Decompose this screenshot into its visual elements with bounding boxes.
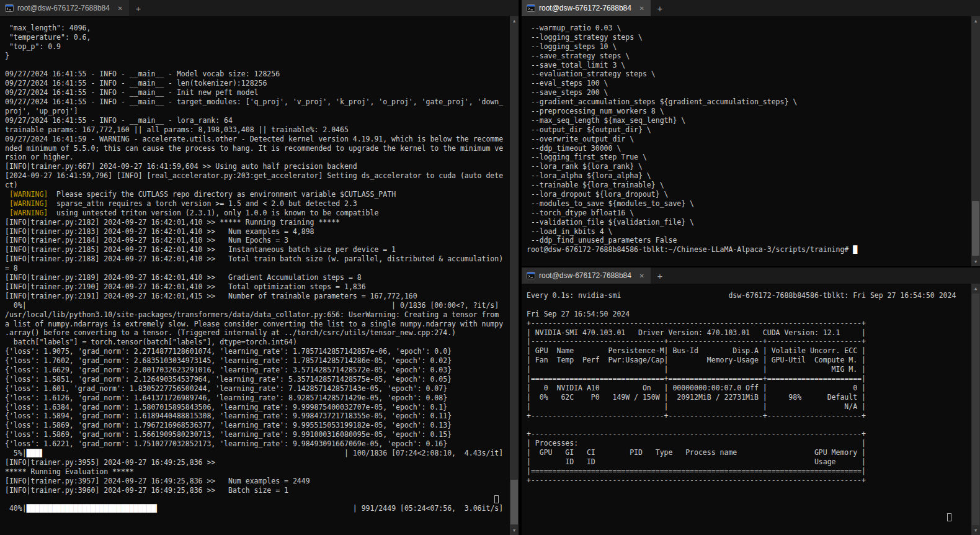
terminal-line: --ddp_timeout 30000 \ — [527, 144, 971, 153]
terminal-line: --overwrite_output_dir \ — [527, 135, 971, 144]
terminal-line: 09/27/2024 16:41:55 - INFO - __main__ - … — [5, 79, 510, 88]
tab-root-session[interactable]: root@dsw-676172-7688b84 ✕ — [522, 0, 651, 16]
terminal-content[interactable]: --warmup_ratio 0.03 \ --logging_strategy… — [522, 16, 971, 266]
terminal-line: .array() before converting to a tensor. … — [5, 328, 510, 338]
terminal-content[interactable]: Every 0.1s: nvidia-smi dsw-676172-7688b8… — [522, 284, 971, 535]
new-tab-button[interactable]: + — [651, 268, 669, 284]
tab-close-button[interactable]: ✕ — [637, 272, 647, 280]
tab-title: root@dsw-676172-7688b84 — [539, 4, 633, 12]
new-tab-button[interactable]: + — [651, 0, 669, 16]
terminal-line: {'loss': 1.5869, 'grad_norm': 1.79672169… — [5, 421, 510, 430]
terminal-line: | GPU Name Persistence-M| Bus-Id Disp.A … — [527, 346, 971, 356]
terminal-line: ***** Running Evaluation ***** — [5, 467, 510, 477]
terminal-line: [WARNING] using untested triton version … — [5, 209, 510, 218]
terminal-line: --save_total_limit 3 \ — [527, 61, 971, 70]
terminal-line: |-------------------------------+-------… — [527, 337, 971, 346]
scrollbar[interactable]: ▲ ▼ — [510, 16, 519, 535]
scroll-down-button[interactable]: ▼ — [971, 257, 980, 266]
scrollbar-thumb[interactable] — [510, 480, 518, 524]
terminal-line: {'loss': 1.9075, 'grad_norm': 2.27148771… — [5, 347, 510, 356]
terminal-line: [INFO|trainer.py:3957] 2024-09-27 16:49:… — [5, 477, 510, 486]
terminal-line: [INFO|trainer.py:3960] 2024-09-27 16:49:… — [5, 486, 510, 495]
terminal-line: 09/27/2024 16:41:55 - INFO - __main__ - … — [5, 88, 510, 97]
tab-close-button[interactable]: ✕ — [637, 4, 647, 12]
console-icon — [5, 4, 14, 12]
terminal-line: "max_length": 4096, — [5, 24, 510, 33]
terminal-line: --lora_alpha ${lora_alpha} \ — [527, 171, 971, 181]
terminal-line: | ID ID Usage | — [527, 457, 971, 467]
terminal-line: root@dsw-676172-7688b84586-tblkt:~/Chine… — [527, 245, 971, 254]
terminal-line: } — [5, 52, 510, 61]
inactive-cursor — [947, 513, 951, 521]
tab-close-button[interactable]: ✕ — [115, 4, 125, 12]
terminal-line: {'loss': 1.6384, 'grad_norm': 1.58070158… — [5, 403, 510, 412]
terminal-line: --save_strategy steps \ — [527, 52, 971, 61]
terminal-line: [INFO|trainer.py:2188] 2024-09-27 16:42:… — [5, 254, 510, 264]
terminal-line: [INFO|trainer.py:2190] 2024-09-27 16:42:… — [5, 282, 510, 292]
scrollbar-thumb[interactable] — [972, 294, 979, 525]
terminal-line: 40%|██████████████████████████████▍ | 99… — [5, 504, 510, 513]
terminal-line: --torch_dtype bfloat16 \ — [527, 209, 971, 218]
terminal-line — [5, 61, 510, 70]
terminal-line: trainable params: 167,772,160 || all par… — [5, 125, 510, 135]
new-tab-button[interactable]: + — [129, 0, 148, 16]
terminal-line: | | | MIG M. | — [527, 365, 971, 374]
console-icon — [527, 4, 535, 12]
terminal-line: |=======================================… — [527, 467, 971, 476]
terminal-line: --validation_file ${validation_file} \ — [527, 218, 971, 227]
terminal-line: batch["labels"] = torch.tensor(batch["la… — [5, 338, 510, 347]
terminal-line: ct) — [5, 181, 510, 190]
tab-root-session[interactable]: root@dsw-676172-7688b84 ✕ — [522, 268, 651, 284]
terminal-line: +---------------------------------------… — [527, 429, 971, 439]
terminal-line: [INFO|trainer.py:2184] 2024-09-27 16:42:… — [5, 236, 510, 245]
terminal-line: [INFO|trainer.py:2183] 2024-09-27 16:42:… — [5, 227, 510, 236]
terminal-line: [WARNING] sparse_attn requires a torch v… — [5, 199, 510, 209]
console-icon — [527, 271, 535, 280]
terminal-line: --evaluation_strategy steps \ — [527, 70, 971, 79]
terminal-line: --eval_steps 100 \ — [527, 79, 971, 88]
inactive-cursor — [494, 495, 499, 503]
terminal-line: | NVIDIA-SMI 470.103.01 Driver Version: … — [527, 328, 971, 338]
terminal-line: | | | N/A | — [527, 402, 971, 411]
scroll-down-button[interactable]: ▼ — [510, 526, 519, 535]
terminal-line: --output_dir ${output_dir} \ — [527, 125, 971, 135]
terminal-line: |===============================+=======… — [527, 374, 971, 384]
terminal-line: [WARNING] Please specify the CUTLASS rep… — [5, 190, 510, 199]
terminal-line: proj', 'up_proj'] — [5, 107, 510, 116]
scroll-down-button[interactable]: ▼ — [971, 526, 980, 535]
terminal-content[interactable]: "max_length": 4096, "temperature": 0.6, … — [0, 16, 510, 535]
terminal-line: --logging_strategy steps \ — [527, 33, 971, 42]
terminal-line: --max_seq_length ${max_seq_length} \ — [527, 116, 971, 125]
scrollbar-thumb[interactable] — [972, 201, 979, 256]
scrollbar[interactable]: ▲ ▼ — [971, 284, 980, 535]
terminal-line: --warmup_ratio 0.03 \ — [527, 24, 971, 33]
terminal-line: [INFO|trainer.py:2189] 2024-09-27 16:42:… — [5, 273, 510, 282]
terminal-line: +---------------------------------------… — [527, 476, 971, 485]
tab-bar: root@dsw-676172-7688b84 ✕ + — [0, 0, 519, 16]
terminal-line: {'loss': 1.5894, 'grad_norm': 1.61894404… — [5, 411, 510, 421]
terminal-line: a list of numpy.ndarrays is extremely sl… — [5, 320, 510, 329]
tab-root-session[interactable]: root@dsw-676172-7688b84 ✕ — [0, 0, 129, 16]
scrollbar[interactable]: ▲ ▼ — [971, 16, 980, 266]
terminal-line: {'loss': 1.6629, 'grad_norm': 2.00170326… — [5, 366, 510, 375]
terminal-line — [527, 300, 971, 310]
terminal-line: [INFO|trainer.py:667] 2024-09-27 16:41:5… — [5, 162, 510, 171]
scroll-up-button[interactable]: ▲ — [971, 284, 980, 293]
terminal-line: Fri Sep 27 16:54:50 2024 — [527, 310, 971, 319]
terminal-line: --lora_rank ${lora_rank} \ — [527, 162, 971, 171]
scroll-up-button[interactable]: ▲ — [510, 16, 519, 25]
terminal-line: 09/27/2024 16:41:55 - INFO - __main__ - … — [5, 97, 510, 107]
terminal-line: | 0% 62C P0 149W / 150W | 20912MiB / 227… — [527, 393, 971, 402]
terminal-line: --modules_to_save ${modules_to_save} \ — [527, 199, 971, 209]
terminal-line: --preprocessing_num_workers 8 \ — [527, 107, 971, 116]
terminal-line: "temperature": 0.6, — [5, 33, 510, 42]
terminal-line: [INFO|trainer.py:2185] 2024-09-27 16:42:… — [5, 245, 510, 254]
terminal-line: [INFO|trainer.py:3955] 2024-09-27 16:49:… — [5, 458, 510, 467]
terminal-line: [2024-09-27 16:41:59,796] [INFO] [real_a… — [5, 171, 510, 181]
terminal-window-training-log: root@dsw-676172-7688b84 ✕ + "max_length"… — [0, 0, 519, 535]
terminal-line: rsion or higher. — [5, 153, 510, 162]
scroll-up-button[interactable]: ▲ — [971, 16, 980, 25]
terminal-line: /usr/local/lib/python3.10/site-packages/… — [5, 310, 510, 320]
terminal-line: 0%| | 0/1836 [00:00<?, ?it/s] — [5, 301, 510, 310]
terminal-line: | GPU GI CI PID Type Process name GPU Me… — [527, 448, 971, 457]
